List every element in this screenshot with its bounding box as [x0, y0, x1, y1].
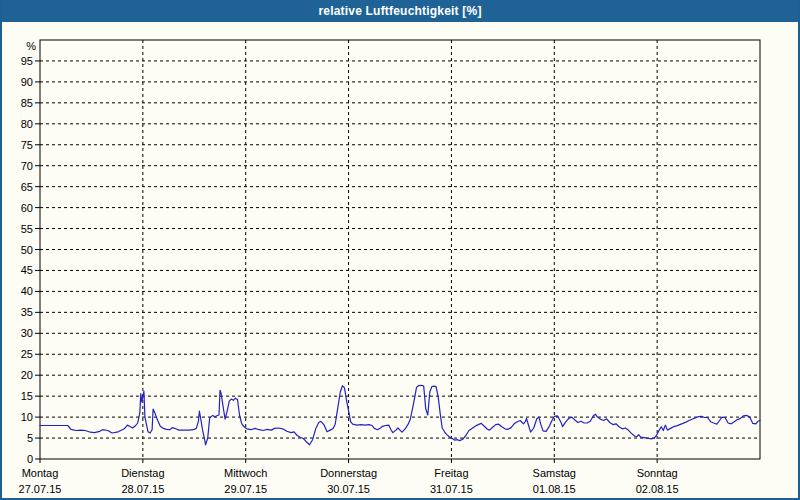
y-tick-label: 85 [21, 97, 33, 109]
y-tick-label: 75 [21, 139, 33, 151]
y-tick-label: 35 [21, 306, 33, 318]
x-date-label: 01.08.15 [533, 483, 576, 495]
y-tick-label: 20 [21, 369, 33, 381]
y-tick-label: 90 [21, 76, 33, 88]
titlebar: relative Luftfeuchtigkeit [%] [2, 0, 798, 22]
chart-area: 05101520253035404550556065707580859095%M… [2, 22, 798, 498]
x-date-label: 27.07.15 [19, 483, 62, 495]
x-day-label: Donnerstag [320, 467, 377, 479]
x-date-label: 02.08.15 [636, 483, 679, 495]
x-date-label: 28.07.15 [121, 483, 164, 495]
y-axis-unit-label: % [26, 40, 36, 52]
x-date-label: 30.07.15 [327, 483, 370, 495]
y-tick-label: 55 [21, 223, 33, 235]
y-tick-label: 30 [21, 327, 33, 339]
y-tick-label: 80 [21, 118, 33, 130]
y-tick-label: 15 [21, 390, 33, 402]
y-tick-label: 0 [27, 453, 33, 465]
y-tick-label: 10 [21, 411, 33, 423]
x-day-label: Mittwoch [224, 467, 267, 479]
y-tick-label: 45 [21, 264, 33, 276]
y-tick-label: 50 [21, 244, 33, 256]
x-day-label: Dienstag [121, 467, 164, 479]
humidity-line [40, 385, 760, 445]
x-day-label: Sonntag [637, 467, 678, 479]
x-day-label: Montag [22, 467, 59, 479]
y-tick-label: 60 [21, 202, 33, 214]
y-tick-label: 25 [21, 348, 33, 360]
y-tick-label: 95 [21, 55, 33, 67]
humidity-chart: 05101520253035404550556065707580859095%M… [2, 22, 798, 498]
window-title: relative Luftfeuchtigkeit [%] [318, 4, 481, 18]
y-tick-label: 5 [27, 432, 33, 444]
x-day-label: Freitag [434, 467, 468, 479]
x-date-label: 29.07.15 [224, 483, 267, 495]
y-tick-label: 70 [21, 160, 33, 172]
x-date-label: 31.07.15 [430, 483, 473, 495]
y-tick-label: 40 [21, 285, 33, 297]
app-window: relative Luftfeuchtigkeit [%] 0510152025… [0, 0, 800, 500]
x-day-label: Samstag [533, 467, 576, 479]
y-tick-label: 65 [21, 181, 33, 193]
